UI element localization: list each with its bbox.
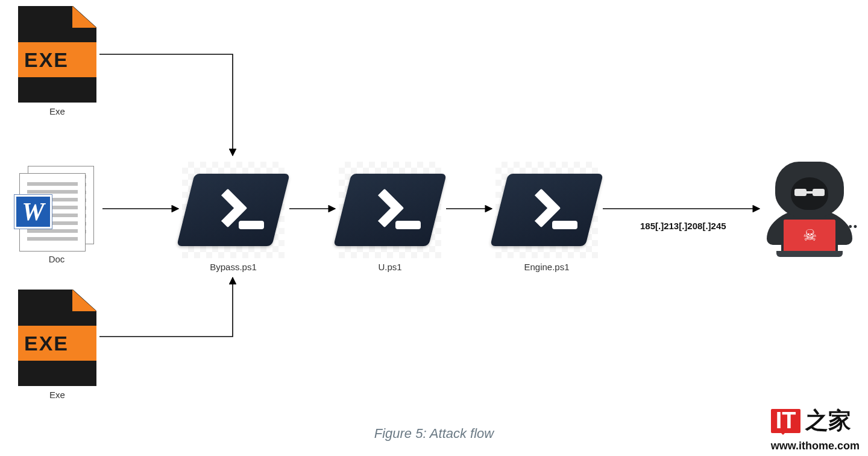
node-hacker: ••• ☠ (764, 162, 855, 258)
node-label-doc: Doc (14, 254, 99, 264)
word-doc-icon: W (14, 166, 99, 250)
skull-icon: ☠ (781, 217, 838, 251)
node-label-ps1: Bypass.ps1 (182, 262, 285, 272)
node-label-exe-bottom: Exe (18, 390, 96, 400)
exe-file-icon: EXE (18, 290, 96, 386)
node-label-ps3: Engine.ps1 (495, 262, 598, 272)
watermark-suffix: 之家 (805, 405, 851, 436)
powershell-icon (495, 162, 598, 258)
exe-band-text: EXE (18, 326, 96, 361)
node-ps-u: U.ps1 (339, 162, 441, 272)
node-label-ps2: U.ps1 (339, 262, 441, 272)
watermark-badge: IT (771, 409, 801, 433)
node-doc: W Doc (14, 166, 99, 264)
figure-caption: Figure 5: Attack flow (0, 426, 868, 442)
powershell-icon (339, 162, 441, 258)
hacker-icon: ••• ☠ (764, 162, 855, 258)
node-exe-top: EXE Exe (18, 6, 96, 116)
node-label-exe-top: Exe (18, 106, 96, 116)
exe-file-icon: EXE (18, 6, 96, 103)
node-exe-bottom: EXE Exe (18, 290, 96, 400)
watermark-url: www.ithome.com (771, 440, 860, 452)
node-ps-bypass: Bypass.ps1 (182, 162, 285, 272)
powershell-icon (182, 162, 285, 258)
node-ps-engine: Engine.ps1 (495, 162, 598, 272)
exe-band-text: EXE (18, 42, 96, 77)
watermark: IT 之家 www.ithome.com (771, 405, 860, 452)
edge-label-ip: 185[.]213[.]208[.]245 (640, 221, 726, 231)
word-letter: W (14, 195, 52, 229)
